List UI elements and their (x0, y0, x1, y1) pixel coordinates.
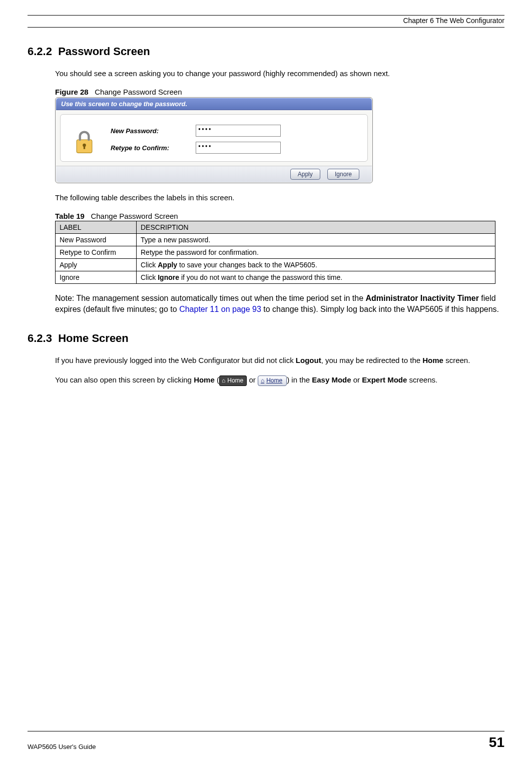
figure-28-fields: New Password: •••• Retype to Confirm: ••… (111, 125, 281, 154)
cell-label: Apply (56, 259, 137, 271)
section-623-para1: If you have previously logged into the W… (55, 355, 504, 365)
footer-guide: WAP5605 User's Guide (28, 743, 96, 750)
table-header-label: LABEL (56, 221, 137, 234)
section-622-intro: You should see a screen asking you to ch… (55, 68, 504, 79)
figure-28-banner: Use this screen to change the password. (56, 98, 372, 110)
cell-desc: Type a new password. (137, 234, 495, 246)
cell-desc: Click Ignore if you do not want to chang… (137, 271, 495, 284)
header-rule-top (28, 15, 504, 16)
lock-icon (73, 129, 96, 156)
note-bold-timer: Administrator Inactivity Timer (365, 294, 478, 302)
figure-28-body: New Password: •••• Retype to Confirm: ••… (60, 114, 368, 162)
home-icon: ⌂ (222, 376, 225, 385)
new-password-row: New Password: •••• (111, 125, 281, 137)
note-mid2: to change this). Simply log back into th… (261, 305, 499, 313)
table-19-caption: Table 19 Change Password Screen (55, 212, 504, 220)
chapter-11-xref[interactable]: Chapter 11 on page 93 (179, 305, 261, 313)
retype-input[interactable]: •••• (196, 142, 281, 154)
figure-28-caption: Figure 28 Change Password Screen (55, 88, 504, 96)
home-button-dark[interactable]: ⌂Home (219, 375, 247, 386)
section-622-title: Password Screen (58, 45, 150, 58)
new-password-label: New Password: (111, 127, 186, 135)
table-row: Ignore Click Ignore if you do not want t… (56, 271, 495, 284)
table-19: LABEL DESCRIPTION New Password Type a ne… (55, 221, 495, 284)
ignore-button[interactable]: Ignore (327, 169, 359, 180)
home-button-light[interactable]: ⌂Home (258, 375, 287, 386)
svg-rect-2 (84, 145, 85, 149)
table-header-row: LABEL DESCRIPTION (56, 221, 495, 234)
cell-desc: Click Apply to save your changes back to… (137, 259, 495, 271)
section-623-number: 6.2.3 (28, 332, 52, 344)
table-row: Retype to Confirm Retype the password fo… (56, 246, 495, 259)
figure-28-caption-text: Change Password Screen (95, 88, 182, 96)
table-header-desc: DESCRIPTION (137, 221, 495, 234)
figure-28-footer: Apply Ignore (56, 166, 372, 182)
cell-label: Ignore (56, 271, 137, 284)
section-623-heading: 6.2.3 Home Screen (28, 332, 504, 345)
section-623-para2: You can also open this screen by clickin… (55, 374, 504, 386)
table-19-label: Table 19 (55, 212, 85, 220)
header-rule-bottom (28, 27, 504, 28)
figure-28-container: Use this screen to change the password. … (55, 97, 373, 183)
section-622-number: 6.2.2 (28, 45, 52, 58)
apply-button[interactable]: Apply (290, 169, 320, 180)
retype-label: Retype to Confirm: (111, 144, 186, 152)
section-622-heading: 6.2.2 Password Screen (28, 45, 504, 58)
figure-28-label: Figure 28 (55, 88, 89, 96)
cell-label: New Password (56, 234, 137, 246)
table-row: Apply Click Apply to save your changes b… (56, 259, 495, 271)
section-623-title: Home Screen (58, 332, 129, 344)
chapter-title: Chapter 6 The Web Configurator (28, 17, 504, 25)
footer-rule (28, 731, 504, 731)
retype-row: Retype to Confirm: •••• (111, 142, 281, 154)
home-icon: ⌂ (261, 376, 264, 385)
new-password-input[interactable]: •••• (196, 125, 281, 137)
after-figure-para: The following table describes the labels… (55, 192, 504, 203)
page-number: 51 (489, 734, 504, 750)
note-prefix: Note: The management session automatical… (55, 294, 365, 302)
table-row: New Password Type a new password. (56, 234, 495, 246)
cell-desc: Retype the password for confirmation. (137, 246, 495, 259)
note-paragraph: Note: The management session automatical… (55, 293, 502, 314)
page-footer: WAP5605 User's Guide 51 (28, 731, 504, 750)
cell-label: Retype to Confirm (56, 246, 137, 259)
table-19-caption-text: Change Password Screen (91, 212, 178, 220)
